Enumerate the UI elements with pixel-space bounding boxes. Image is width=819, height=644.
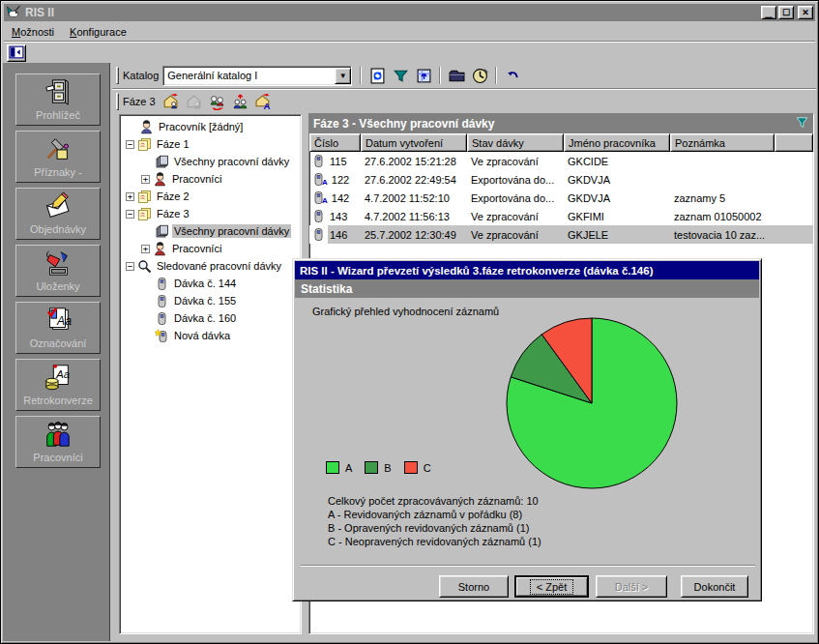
tree-item-label[interactable]: Fáze 2 (155, 190, 191, 203)
table-row-146[interactable]: 14625.7.2002 12:30:49Ve zpracováníGKJELE… (309, 225, 813, 244)
collapse-box-icon[interactable]: − (126, 140, 134, 149)
person-icon (139, 120, 154, 134)
house-worker-disabled-icon[interactable] (183, 91, 206, 112)
sidebar-button-objednvky[interactable]: Objednávky (15, 188, 101, 240)
tree-item-label[interactable]: Fáze 1 (155, 137, 191, 151)
cell-poznamka: testovacia 10 zaz... (670, 229, 775, 241)
toolbar-grip[interactable] (116, 67, 119, 84)
batch-icon (311, 209, 326, 223)
cell-stav: Exportována do... (467, 192, 564, 204)
dialog-title-text: RIS II - Wizard převzetí výsledků 3.fáze… (300, 265, 654, 277)
dialog-button-dokonit[interactable]: Dokončit (681, 575, 748, 598)
sidebar-button-label: Pracovníci (33, 452, 82, 463)
phases-tree: Pracovník [žádný]−Fáze 1Všechny pracovní… (119, 114, 302, 634)
tree-item-label[interactable]: Fáze 3 (155, 207, 191, 220)
batch-icon (311, 227, 326, 242)
dialog-buttons: Storno< ZpětDalší >Dokončit (293, 575, 761, 598)
dialog-button-storno[interactable]: Storno (439, 575, 509, 598)
minimize-button[interactable]: ▁ (761, 6, 776, 19)
column-header-2[interactable]: Datum vytvoření (361, 133, 467, 152)
collapse-box-icon[interactable]: − (126, 262, 134, 271)
column-header-3[interactable]: Stav dávky (467, 133, 564, 152)
sidebar-button-label: Retrokonverze (23, 395, 93, 406)
refresh-icon[interactable] (366, 65, 389, 86)
tree-item-label[interactable]: Sledované pracovní dávky (155, 259, 283, 273)
batch-number: 122 (332, 174, 349, 186)
tree-item-label[interactable]: Nová dávka (172, 329, 232, 342)
expand-box-icon[interactable]: + (141, 175, 150, 184)
chevron-down-icon[interactable]: ▼ (335, 68, 351, 84)
legend-swatch-B (365, 461, 378, 474)
workers-up-house-icon[interactable] (229, 91, 252, 112)
tree-item[interactable]: Nová dávka (122, 327, 301, 344)
app-window: RIS II ▁ ☐ ✕ MožnostiKonfigurace Prohlíž… (0, 0, 819, 644)
house-letter-a-icon[interactable]: A (252, 91, 276, 112)
sidebar-button-retrokonverze[interactable]: AaRetrokonverze (15, 359, 101, 411)
tree-item[interactable]: Pracovník [žádný] (122, 118, 301, 135)
toolbar-grip[interactable] (116, 93, 119, 110)
close-button[interactable]: ✕ (798, 6, 813, 19)
tree-item-label[interactable]: Všechny pracovní dávky (172, 224, 291, 238)
tree-item[interactable]: Všechny pracovní dávky (122, 222, 301, 240)
collapse-box-icon[interactable]: − (126, 210, 134, 219)
wizard-dialog: RIS II - Wizard převzetí výsledků 3.fáze… (292, 258, 762, 601)
column-header-5[interactable]: Poznámka (670, 133, 775, 152)
tree-item-label[interactable]: Dávka č. 144 (172, 277, 238, 290)
column-header-1[interactable]: Číslo (309, 133, 361, 152)
tree-item[interactable]: Dávka č. 160 (122, 309, 301, 327)
table-row-143[interactable]: 1434.7.2002 11:56:13Ve zpracováníGKFIMIz… (309, 207, 813, 225)
tree-item-label[interactable]: Pracovníci (170, 172, 223, 186)
tree-item-label[interactable]: Dávka č. 155 (172, 294, 238, 307)
tree-item[interactable]: −Fáze 1 (122, 135, 301, 153)
filter-funnel-icon[interactable] (795, 116, 809, 132)
summary-line: A - Revidovaných záznamů v pořádku (8) (328, 508, 541, 521)
tree-item[interactable]: +Pracovníci (122, 240, 301, 257)
summary-line: C - Neopravených revidovaných záznamů (1… (328, 535, 541, 548)
tree-item-label[interactable]: Pracovník [žádný] (157, 120, 245, 133)
toggle-sidebar-icon[interactable] (7, 44, 26, 62)
tree-item[interactable]: +Fáze 2 (122, 188, 301, 205)
expand-box-icon[interactable]: + (141, 245, 150, 253)
legend-swatch-C (404, 461, 418, 474)
katalog-label: Katalog (123, 70, 159, 81)
menu-item-konfigurace[interactable]: Konfigurace (62, 24, 134, 40)
table-row-115[interactable]: 11527.6.2002 15:21:28Ve zpracováníGKCIDE (309, 152, 813, 170)
tree-item[interactable]: +Pracovníci (122, 170, 301, 188)
tree-item-label[interactable]: Dávka č. 160 (172, 311, 238, 325)
undo-icon[interactable] (501, 65, 524, 86)
table-row-142[interactable]: A1424.7.2002 11:52:10Exportována do...GK… (309, 189, 813, 207)
tree-item[interactable]: Dávka č. 155 (122, 292, 301, 309)
clock-icon[interactable] (468, 65, 491, 86)
export-a-icon: A (322, 178, 328, 187)
maximize-button[interactable]: ☐ (778, 6, 794, 19)
swap-workers-icon[interactable] (206, 91, 229, 112)
sidebar-button-pracovnci[interactable]: Pracovníci (15, 416, 101, 468)
summary-text: Celkový počet zpracovávaných záznamů: 10… (328, 494, 541, 548)
expand-box-icon[interactable]: + (126, 192, 134, 201)
table-column-headers: ČísloDatum vytvořeníStav dávkyJméno prac… (309, 133, 813, 152)
tree-item[interactable]: −Sledované pracovní dávky (122, 257, 301, 275)
legend-label: B (384, 462, 391, 474)
dialog-button-zpt[interactable]: < Zpět (514, 575, 589, 598)
tree-item[interactable]: Dávka č. 144 (122, 275, 301, 292)
tree-item-label[interactable]: Všechny pracovní dávky (172, 155, 291, 168)
house-add-worker-icon[interactable] (160, 91, 183, 112)
katalog-dropdown[interactable]: Generální katalog I ▼ (162, 66, 352, 86)
tree-item[interactable]: Všechny pracovní dávky (122, 153, 301, 170)
sidebar-button-pznaky[interactable]: Příznaky - (15, 131, 101, 183)
tree-item-label[interactable]: Pracovníci (170, 242, 223, 255)
svg-text:Aa: Aa (55, 368, 70, 380)
table-row-122[interactable]: A12227.6.2002 22:49:54Exportována do...G… (309, 170, 813, 189)
sidebar-button-uloenky[interactable]: Uloženky (15, 245, 101, 297)
legend-item-A: A (326, 461, 352, 474)
export-table-icon[interactable] (412, 65, 435, 86)
filter-funnel-icon[interactable] (389, 65, 412, 86)
phase-icon (137, 190, 152, 204)
sidebar-button-prohle[interactable]: Prohlížeč (15, 73, 101, 126)
menu-item-monosti[interactable]: Možnosti (4, 24, 62, 40)
column-header-4[interactable]: Jméno pracovníka (564, 133, 670, 152)
cell-cislo: 143 (309, 209, 361, 223)
tree-item[interactable]: −Fáze 3 (122, 205, 301, 222)
folder-icon[interactable] (445, 65, 468, 86)
sidebar-button-oznaovn[interactable]: AaOznačování (15, 302, 101, 354)
